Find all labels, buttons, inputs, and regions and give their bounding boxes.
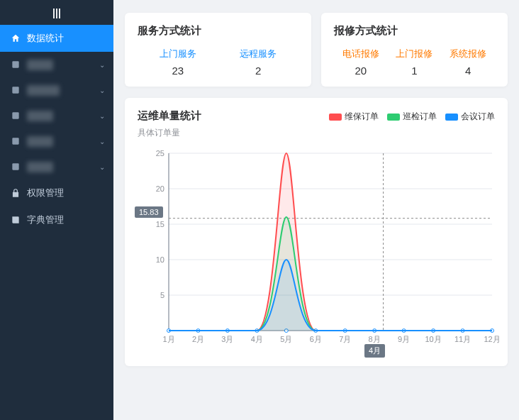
svg-text:25: 25 xyxy=(156,149,164,158)
sidebar-item-label: ████ xyxy=(27,136,53,147)
svg-text:6月: 6月 xyxy=(310,335,322,343)
main-content: 服务方式统计 上门服务 23 远程服务 2 报修方式统计 电话报修 xyxy=(113,0,519,420)
svg-text:7月: 7月 xyxy=(339,335,351,343)
chart-subtitle: 具体订单量 xyxy=(138,127,201,139)
stat-value: 1 xyxy=(396,65,432,77)
legend-label: 巡检订单 xyxy=(403,111,437,123)
svg-text:5月: 5月 xyxy=(280,335,292,343)
legend-item-maintenance[interactable]: 维保订单 xyxy=(329,111,379,123)
legend-item-inspection[interactable]: 巡检订单 xyxy=(387,111,437,123)
stat-system-repair: 系统报修 4 xyxy=(450,48,486,77)
sidebar-item-dictionary[interactable]: 字典管理 xyxy=(0,206,113,233)
svg-text:8月: 8月 xyxy=(369,335,381,343)
chart-plot[interactable]: 15.83 4月 5101520251月2月3月4月5月6月7月8月9月10月1… xyxy=(138,146,495,359)
stat-value: 4 xyxy=(450,65,486,77)
chevron-down-icon: ⌄ xyxy=(99,138,105,145)
chevron-down-icon: ⌄ xyxy=(99,61,105,69)
svg-text:3月: 3月 xyxy=(221,335,233,343)
stat-label: 上门服务 xyxy=(160,48,196,60)
svg-text:10月: 10月 xyxy=(425,335,441,343)
stat-value: 2 xyxy=(240,65,277,77)
sidebar-item-blurred-4[interactable]: ████ ⌄ xyxy=(0,154,113,179)
sidebar-item-label: ████ xyxy=(27,111,53,121)
chart-y-tooltip: 15.83 xyxy=(135,206,163,218)
chevron-down-icon: ⌄ xyxy=(99,112,105,120)
svg-text:20: 20 xyxy=(156,184,164,193)
svg-text:1月: 1月 xyxy=(162,335,174,343)
svg-rect-1 xyxy=(12,87,18,93)
generic-icon xyxy=(10,84,21,96)
legend-swatch xyxy=(387,114,400,121)
svg-rect-2 xyxy=(12,112,18,118)
sidebar-item-blurred-2[interactable]: ████ ⌄ xyxy=(0,103,113,128)
svg-rect-4 xyxy=(12,163,18,170)
sidebar-item-label: 数据统计 xyxy=(27,32,64,45)
svg-rect-0 xyxy=(12,61,18,67)
service-stats: 上门服务 23 远程服务 2 xyxy=(138,48,298,77)
svg-text:10: 10 xyxy=(156,255,164,264)
generic-icon xyxy=(10,59,21,70)
chart-title: 运维单量统计 xyxy=(138,109,201,123)
orders-chart-card: 运维单量统计 具体订单量 维保订单 巡检订单 会议订单 xyxy=(125,98,508,366)
stat-cards-row: 服务方式统计 上门服务 23 远程服务 2 报修方式统计 电话报修 xyxy=(125,13,508,87)
stat-value: 23 xyxy=(160,65,196,77)
stat-label: 远程服务 xyxy=(240,48,277,60)
book-icon xyxy=(10,214,21,226)
sidebar-item-label: ████ xyxy=(27,60,53,70)
legend-label: 会议订单 xyxy=(461,111,495,123)
chart-legend: 维保订单 巡检订单 会议订单 xyxy=(329,111,495,123)
sidebar: ||| 数据统计 ████ ⌄ █████ ⌄ ████ ⌄ ████ ⌄ xyxy=(0,0,113,420)
generic-icon xyxy=(10,161,21,172)
svg-text:2月: 2月 xyxy=(192,335,204,343)
repair-stats: 电话报修 20 上门报修 1 系统报修 4 xyxy=(334,48,495,77)
stat-onsite-service: 上门服务 23 xyxy=(160,48,196,77)
stat-value: 20 xyxy=(342,65,379,77)
svg-text:4月: 4月 xyxy=(251,335,263,343)
generic-icon xyxy=(10,110,21,121)
stat-remote-service: 远程服务 2 xyxy=(240,48,277,77)
chart-svg: 5101520251月2月3月4月5月6月7月8月9月10月11月12月 xyxy=(138,146,499,352)
sidebar-item-blurred-3[interactable]: ████ ⌄ xyxy=(0,128,113,154)
stat-onsite-repair: 上门报修 1 xyxy=(396,48,432,77)
svg-text:11月: 11月 xyxy=(454,335,471,343)
svg-text:9月: 9月 xyxy=(398,335,410,343)
legend-swatch xyxy=(445,114,458,121)
logo: ||| xyxy=(0,0,113,25)
stat-phone-repair: 电话报修 20 xyxy=(342,48,379,77)
stat-label: 系统报修 xyxy=(450,48,486,60)
generic-icon xyxy=(10,136,21,147)
repair-mode-card: 报修方式统计 电话报修 20 上门报修 1 系统报修 4 xyxy=(321,13,508,87)
sidebar-item-label: 权限管理 xyxy=(27,187,64,199)
sidebar-item-label: █████ xyxy=(27,85,60,96)
card-title: 服务方式统计 xyxy=(138,24,298,38)
chart-x-tooltip: 4月 xyxy=(364,344,385,358)
sidebar-item-permission[interactable]: 权限管理 xyxy=(0,179,113,206)
stat-label: 上门报修 xyxy=(396,48,432,60)
legend-swatch xyxy=(329,114,342,121)
chevron-down-icon: ⌄ xyxy=(99,163,105,171)
sidebar-item-label: ████ xyxy=(27,162,53,172)
lock-icon xyxy=(10,187,21,199)
svg-text:15: 15 xyxy=(156,220,164,228)
legend-item-meeting[interactable]: 会议订单 xyxy=(445,111,495,123)
svg-text:12月: 12月 xyxy=(484,335,499,343)
svg-rect-3 xyxy=(12,138,18,144)
home-icon xyxy=(10,33,21,44)
service-mode-card: 服务方式统计 上门服务 23 远程服务 2 xyxy=(125,13,311,87)
sidebar-item-blurred-0[interactable]: ████ ⌄ xyxy=(0,52,113,77)
legend-label: 维保订单 xyxy=(345,111,379,123)
svg-text:5: 5 xyxy=(160,291,164,299)
sidebar-item-stats[interactable]: 数据统计 xyxy=(0,25,113,52)
card-title: 报修方式统计 xyxy=(334,24,495,38)
chevron-down-icon: ⌄ xyxy=(99,87,105,94)
stat-label: 电话报修 xyxy=(342,48,379,60)
sidebar-item-label: 字典管理 xyxy=(27,214,64,226)
sidebar-item-blurred-1[interactable]: █████ ⌄ xyxy=(0,77,113,103)
